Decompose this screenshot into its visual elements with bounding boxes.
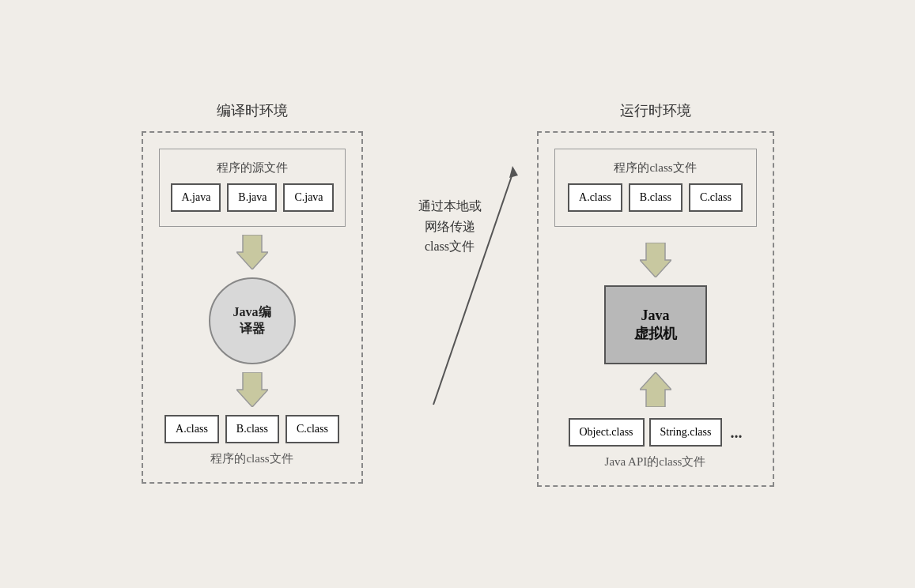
runtime-class-b: B.class bbox=[629, 183, 682, 212]
compile-env-box: 程序的源文件 A.java B.java C.java Java编 译器 bbox=[142, 131, 363, 484]
right-layout: 程序的class文件 A.class B.class C.class Java bbox=[554, 149, 757, 469]
runtime-class-c: C.class bbox=[689, 183, 743, 212]
file-a-java: A.java bbox=[171, 183, 221, 212]
source-files-label: 程序的源文件 bbox=[171, 160, 334, 175]
runtime-env-label: 运行时环境 bbox=[537, 101, 774, 120]
runtime-env-wrapper: 运行时环境 程序的class文件 A.class B.class C.class bbox=[537, 101, 774, 487]
compile-class-label: 程序的class文件 bbox=[159, 451, 346, 466]
java-compiler-circle: Java编 译器 bbox=[209, 277, 296, 364]
runtime-class-a: A.class bbox=[568, 183, 622, 212]
compile-class-c: C.class bbox=[285, 415, 339, 443]
runtime-env-box: 程序的class文件 A.class B.class C.class Java bbox=[537, 131, 774, 487]
compile-class-a: A.class bbox=[164, 415, 219, 443]
compile-env-label: 编译时环境 bbox=[142, 101, 363, 120]
middle-section: 通过本地或 网络传递 class文件 bbox=[410, 196, 490, 257]
arrow-down-1 bbox=[159, 235, 346, 270]
middle-line2: 网络传递 bbox=[425, 217, 475, 237]
string-class-file: String.class bbox=[649, 418, 723, 447]
object-class-file: Object.class bbox=[569, 418, 645, 447]
runtime-class-files-row: A.class B.class C.class bbox=[566, 183, 745, 212]
svg-marker-2 bbox=[640, 243, 671, 277]
arrow-down-2 bbox=[159, 372, 346, 407]
middle-line1: 通过本地或 bbox=[418, 196, 482, 217]
jvm-label2: 虚拟机 bbox=[634, 324, 677, 343]
compiler-label2: 译器 bbox=[240, 321, 265, 337]
runtime-class-label: 程序的class文件 bbox=[566, 160, 745, 175]
file-c-java: C.java bbox=[283, 183, 333, 212]
source-files-row: A.java B.java C.java bbox=[171, 183, 334, 212]
svg-marker-3 bbox=[640, 372, 671, 407]
svg-marker-1 bbox=[236, 372, 268, 407]
jvm-label1: Java bbox=[641, 307, 670, 324]
source-files-box: 程序的源文件 A.java B.java C.java bbox=[159, 149, 346, 227]
arrow-up bbox=[640, 372, 671, 407]
api-label: Java API的class文件 bbox=[605, 454, 706, 469]
runtime-class-files-box: 程序的class文件 A.class B.class C.class bbox=[554, 149, 757, 227]
compiler-label1: Java编 bbox=[233, 304, 271, 321]
arrow-down-3 bbox=[640, 243, 671, 277]
compile-class-b: B.class bbox=[225, 415, 279, 443]
api-files-row: Object.class String.class ... bbox=[569, 418, 743, 447]
compile-class-files-row: A.class B.class C.class bbox=[159, 415, 346, 443]
middle-line3: class文件 bbox=[425, 236, 475, 257]
api-dots: ... bbox=[730, 424, 742, 442]
file-b-java: B.java bbox=[227, 183, 277, 212]
svg-marker-0 bbox=[236, 235, 268, 270]
main-container: 编译时环境 程序的源文件 A.java B.java C.java Java编 bbox=[126, 85, 790, 503]
jvm-box: Java 虚拟机 bbox=[604, 285, 707, 364]
compile-env-wrapper: 编译时环境 程序的源文件 A.java B.java C.java Java编 bbox=[142, 101, 363, 484]
